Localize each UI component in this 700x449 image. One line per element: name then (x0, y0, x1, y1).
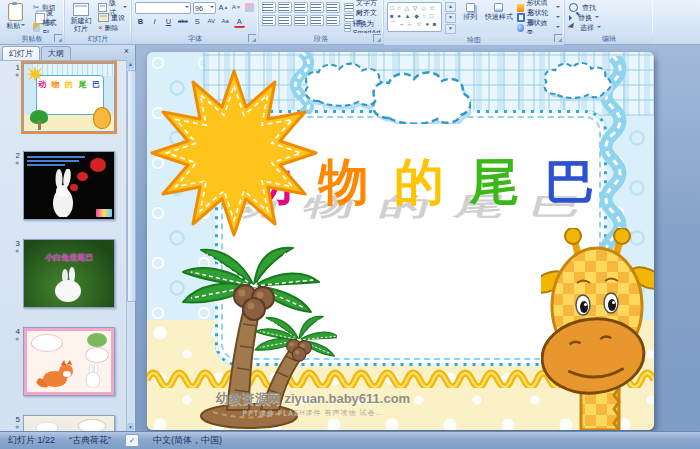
slide-thumbnail-2[interactable] (23, 151, 115, 220)
slide-canvas[interactable]: 动物的尾巴 动 物 的 尾 巴 (147, 52, 654, 430)
new-slide-icon (73, 3, 89, 16)
shrink-font-button[interactable]: A▼ (231, 2, 242, 12)
transition-star-icon[interactable]: ★ (15, 248, 20, 255)
reset-button[interactable]: 重设 (97, 13, 128, 22)
slide-thumbnail-5[interactable] (23, 415, 115, 432)
shapes-row: ⌒ ~ ↔ ☆ ● ■ (390, 20, 439, 28)
shapes-scroll-down[interactable]: ▼ (445, 13, 456, 23)
slide-thumbnail-3[interactable]: 小白兔借尾巴 (23, 239, 115, 308)
font-name-combo[interactable] (135, 2, 191, 14)
smartart-icon (344, 23, 351, 32)
scrollbar-thumb[interactable] (127, 70, 136, 302)
giraffe[interactable] (541, 228, 654, 430)
align-right-icon[interactable] (294, 15, 308, 26)
ribbon-group-drawing: □ ○ △ ▽ ◇ ☆ ■ ● ▲ ◆ ○ □ ⌒ ~ ↔ ☆ ● ■ ▲ ▼ … (384, 0, 565, 44)
scissors-icon: ✂ (33, 4, 40, 12)
spellcheck-icon[interactable]: ✓ (125, 434, 139, 447)
ribbon-group-slides: 新建幻灯片 版式 重设 ×删除 幻灯片 (65, 0, 132, 44)
increase-indent-icon[interactable] (310, 2, 324, 13)
slide-thumbnail-row-4: 4★ (0, 327, 127, 396)
grow-font-button[interactable]: A▲ (218, 2, 229, 12)
clear-formatting-button[interactable] (244, 2, 255, 12)
numbering-icon[interactable] (278, 2, 292, 13)
line-spacing-icon[interactable] (326, 2, 340, 13)
shapes-gallery[interactable]: □ ○ △ ▽ ◇ ☆ ■ ● ▲ ◆ ○ □ ⌒ ~ ↔ ☆ ● ■ (387, 2, 442, 32)
text-direction-icon (344, 3, 354, 12)
sun[interactable] (149, 68, 319, 238)
chevron-down-icon (185, 6, 189, 10)
text-shadow-button[interactable]: S (192, 16, 203, 26)
font-color-button[interactable]: A (234, 16, 245, 28)
quick-styles-label: 快速样式 (485, 13, 513, 21)
fox-illustration (33, 358, 75, 388)
columns-icon[interactable] (326, 15, 340, 26)
decrease-indent-icon[interactable] (294, 2, 308, 13)
shapes-row: ■ ● ▲ ◆ ○ □ (390, 12, 439, 20)
underline-button[interactable]: U (163, 16, 174, 26)
quick-styles-icon (494, 3, 503, 12)
transition-star-icon[interactable]: ★ (15, 424, 20, 431)
slide-thumbnail-row-3: 3★ 小白兔借尾巴 (0, 239, 127, 308)
slide-thumbnail-4[interactable] (23, 327, 115, 396)
transition-star-icon[interactable]: ★ (15, 336, 20, 343)
title-char: 尾 (470, 156, 520, 208)
cloud (299, 58, 471, 124)
scroll-up-arrow[interactable]: ▲ (127, 60, 134, 69)
strikethrough-button[interactable]: abc (177, 16, 189, 26)
layout-icon (98, 3, 107, 12)
watermark-logo (96, 209, 112, 217)
dialog-launcher-icon[interactable] (248, 34, 256, 42)
ribbon-group-font: 96 A▲ A▼ B I U abc S AV Aa A 字体 (132, 0, 259, 44)
tab-slides[interactable]: 幻灯片 (2, 46, 40, 60)
change-case-button[interactable]: Aa (220, 16, 231, 26)
rabbit-illustration (32, 418, 62, 432)
slide-thumbnail-row-1: 1★ 动物的尾巴 (0, 63, 127, 132)
layout-button[interactable]: 版式 (97, 3, 128, 12)
slide-thumbnail-1[interactable]: 动物的尾巴 (23, 63, 115, 132)
theme-name[interactable]: “古典荷花” (69, 434, 111, 447)
font-size-combo[interactable]: 96 (193, 2, 216, 14)
shape-effects-button[interactable]: 形状效果 (516, 23, 561, 32)
paste-label: 粘贴 (6, 22, 20, 29)
slide-number: 5 (16, 415, 20, 424)
arrange-button[interactable]: 排列 (459, 2, 482, 21)
transition-star-icon[interactable]: ★ (15, 160, 20, 167)
justify-icon[interactable] (310, 15, 324, 26)
delete-slide-button[interactable]: ×删除 (97, 23, 128, 32)
transition-star-icon[interactable]: ★ (15, 72, 20, 79)
sidebar-scrollbar[interactable]: ▲ ▼ (126, 60, 135, 432)
format-painter-button[interactable]: 格式刷 (32, 23, 61, 32)
shapes-scroll-up[interactable]: ▲ (445, 2, 456, 12)
replace-button[interactable]: 替换 (568, 13, 602, 22)
slide-indicator: 幻灯片 1/22 (8, 434, 55, 447)
ribbon: 粘贴 ✂剪切 复制 格式刷 剪贴板 新建幻灯片 版式 重设 (0, 0, 700, 45)
new-slide-button[interactable]: 新建幻灯片 (68, 2, 94, 33)
shapes-more[interactable]: ▼ (445, 24, 456, 34)
thumbnail-list: 1★ 动物的尾巴 2★ (0, 60, 127, 432)
bullets-icon[interactable] (262, 2, 276, 13)
quick-styles-button[interactable]: 快速样式 (485, 2, 513, 21)
shape-outline-icon (517, 13, 526, 22)
shape-effects-icon (517, 24, 525, 32)
drawing-group-label: 绘图 (384, 34, 564, 45)
align-left-icon[interactable] (262, 15, 276, 26)
align-center-icon[interactable] (278, 15, 292, 26)
close-panel-button[interactable]: × (121, 47, 132, 56)
paste-icon (8, 3, 23, 21)
dialog-launcher-icon[interactable] (373, 34, 381, 42)
paste-button[interactable]: 粘贴 (3, 2, 29, 30)
dialog-launcher-icon[interactable] (554, 34, 562, 42)
select-button[interactable]: 选择 (568, 23, 602, 32)
tab-outline[interactable]: 大纲 (41, 46, 71, 60)
bold-button[interactable]: B (135, 16, 146, 26)
chevron-down-icon (556, 16, 560, 20)
find-button[interactable]: 查找 (568, 3, 602, 12)
dialog-launcher-icon[interactable] (54, 34, 62, 42)
slide-number: 1 (16, 63, 20, 72)
slides-group-label: 幻灯片 (65, 33, 131, 44)
italic-button[interactable]: I (149, 16, 160, 26)
character-spacing-button[interactable]: AV (206, 16, 217, 26)
palm-tree-icon (30, 110, 48, 124)
speech-bubble (31, 334, 63, 352)
language-indicator[interactable]: 中文(简体，中国) (153, 434, 222, 447)
